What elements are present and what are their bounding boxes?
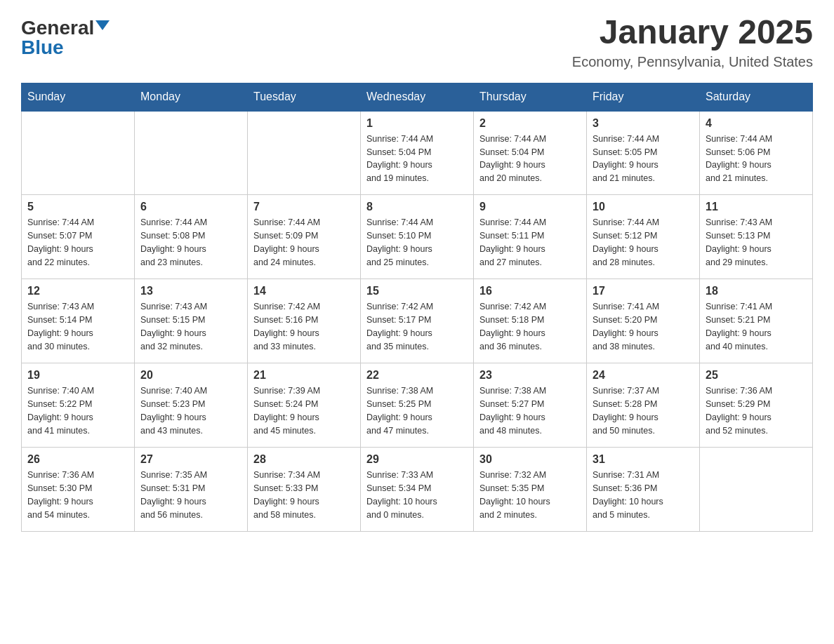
day-info: Sunrise: 7:36 AMSunset: 5:29 PMDaylight:… bbox=[706, 384, 807, 437]
day-info: Sunrise: 7:43 AMSunset: 5:14 PMDaylight:… bbox=[27, 300, 128, 353]
day-number: 15 bbox=[366, 285, 468, 297]
calendar-cell: 16Sunrise: 7:42 AMSunset: 5:18 PMDayligh… bbox=[474, 279, 587, 363]
calendar-cell: 20Sunrise: 7:40 AMSunset: 5:23 PMDayligh… bbox=[135, 363, 248, 448]
calendar-cell: 25Sunrise: 7:36 AMSunset: 5:29 PMDayligh… bbox=[700, 363, 813, 448]
day-number: 14 bbox=[253, 285, 355, 297]
calendar-cell: 26Sunrise: 7:36 AMSunset: 5:30 PMDayligh… bbox=[22, 448, 135, 532]
day-info: Sunrise: 7:44 AMSunset: 5:08 PMDaylight:… bbox=[140, 216, 241, 269]
day-info: Sunrise: 7:44 AMSunset: 5:05 PMDaylight:… bbox=[593, 133, 694, 185]
day-info: Sunrise: 7:42 AMSunset: 5:16 PMDaylight:… bbox=[253, 300, 355, 353]
calendar-cell: 31Sunrise: 7:31 AMSunset: 5:36 PMDayligh… bbox=[587, 448, 700, 532]
day-number: 9 bbox=[479, 201, 581, 213]
day-number: 1 bbox=[366, 117, 468, 130]
day-number: 16 bbox=[479, 285, 581, 297]
day-number: 31 bbox=[593, 453, 694, 466]
calendar-cell: 22Sunrise: 7:38 AMSunset: 5:25 PMDayligh… bbox=[361, 363, 474, 448]
day-number: 3 bbox=[593, 117, 694, 130]
day-info: Sunrise: 7:39 AMSunset: 5:24 PMDaylight:… bbox=[253, 384, 355, 437]
day-number: 2 bbox=[479, 117, 581, 130]
calendar-cell: 17Sunrise: 7:41 AMSunset: 5:20 PMDayligh… bbox=[587, 279, 700, 363]
day-info: Sunrise: 7:33 AMSunset: 5:34 PMDaylight:… bbox=[366, 469, 468, 521]
day-info: Sunrise: 7:42 AMSunset: 5:17 PMDaylight:… bbox=[366, 300, 468, 353]
title-area: January 2025 Economy, Pennsylvania, Unit… bbox=[572, 14, 813, 70]
day-number: 8 bbox=[366, 201, 468, 213]
day-number: 23 bbox=[479, 369, 581, 382]
calendar-week-5: 26Sunrise: 7:36 AMSunset: 5:30 PMDayligh… bbox=[22, 448, 813, 532]
calendar-cell: 30Sunrise: 7:32 AMSunset: 5:35 PMDayligh… bbox=[474, 448, 587, 532]
calendar-cell: 2Sunrise: 7:44 AMSunset: 5:04 PMDaylight… bbox=[474, 111, 587, 195]
day-info: Sunrise: 7:42 AMSunset: 5:18 PMDaylight:… bbox=[479, 300, 581, 353]
day-number: 11 bbox=[706, 201, 807, 213]
day-info: Sunrise: 7:44 AMSunset: 5:11 PMDaylight:… bbox=[479, 216, 581, 269]
day-info: Sunrise: 7:43 AMSunset: 5:15 PMDaylight:… bbox=[140, 300, 241, 353]
weekday-header-thursday: Thursday bbox=[474, 83, 587, 111]
day-info: Sunrise: 7:44 AMSunset: 5:09 PMDaylight:… bbox=[253, 216, 355, 269]
day-info: Sunrise: 7:41 AMSunset: 5:21 PMDaylight:… bbox=[706, 300, 807, 353]
day-info: Sunrise: 7:40 AMSunset: 5:23 PMDaylight:… bbox=[140, 384, 241, 437]
calendar-cell: 19Sunrise: 7:40 AMSunset: 5:22 PMDayligh… bbox=[22, 363, 135, 448]
day-number: 18 bbox=[706, 285, 807, 297]
calendar-cell: 18Sunrise: 7:41 AMSunset: 5:21 PMDayligh… bbox=[700, 279, 813, 363]
calendar-week-2: 5Sunrise: 7:44 AMSunset: 5:07 PMDaylight… bbox=[22, 195, 813, 279]
day-info: Sunrise: 7:44 AMSunset: 5:12 PMDaylight:… bbox=[593, 216, 694, 269]
day-number: 20 bbox=[140, 369, 241, 382]
day-info: Sunrise: 7:40 AMSunset: 5:22 PMDaylight:… bbox=[27, 384, 128, 437]
weekday-header-row: SundayMondayTuesdayWednesdayThursdayFrid… bbox=[22, 83, 813, 111]
weekday-header-friday: Friday bbox=[587, 83, 700, 111]
day-number: 26 bbox=[27, 453, 128, 466]
page-title: January 2025 bbox=[572, 14, 813, 51]
day-info: Sunrise: 7:37 AMSunset: 5:28 PMDaylight:… bbox=[593, 384, 694, 437]
day-info: Sunrise: 7:44 AMSunset: 5:04 PMDaylight:… bbox=[366, 133, 468, 185]
logo-general-text: General bbox=[21, 18, 94, 38]
day-info: Sunrise: 7:43 AMSunset: 5:13 PMDaylight:… bbox=[706, 216, 807, 269]
calendar-cell: 28Sunrise: 7:34 AMSunset: 5:33 PMDayligh… bbox=[248, 448, 361, 532]
weekday-header-sunday: Sunday bbox=[22, 83, 135, 111]
calendar-cell: 10Sunrise: 7:44 AMSunset: 5:12 PMDayligh… bbox=[587, 195, 700, 279]
calendar-cell bbox=[248, 111, 361, 195]
logo-blue-text: Blue bbox=[21, 38, 64, 58]
weekday-header-wednesday: Wednesday bbox=[361, 83, 474, 111]
day-info: Sunrise: 7:38 AMSunset: 5:25 PMDaylight:… bbox=[366, 384, 468, 437]
calendar-cell: 27Sunrise: 7:35 AMSunset: 5:31 PMDayligh… bbox=[135, 448, 248, 532]
calendar-cell: 21Sunrise: 7:39 AMSunset: 5:24 PMDayligh… bbox=[248, 363, 361, 448]
day-number: 21 bbox=[253, 369, 355, 382]
calendar-cell: 11Sunrise: 7:43 AMSunset: 5:13 PMDayligh… bbox=[700, 195, 813, 279]
calendar-cell: 12Sunrise: 7:43 AMSunset: 5:14 PMDayligh… bbox=[22, 279, 135, 363]
day-info: Sunrise: 7:44 AMSunset: 5:04 PMDaylight:… bbox=[479, 133, 581, 185]
day-info: Sunrise: 7:44 AMSunset: 5:07 PMDaylight:… bbox=[27, 216, 128, 269]
calendar-week-1: 1Sunrise: 7:44 AMSunset: 5:04 PMDaylight… bbox=[22, 111, 813, 195]
day-info: Sunrise: 7:44 AMSunset: 5:10 PMDaylight:… bbox=[366, 216, 468, 269]
day-number: 17 bbox=[593, 285, 694, 297]
calendar-cell bbox=[700, 448, 813, 532]
day-info: Sunrise: 7:44 AMSunset: 5:06 PMDaylight:… bbox=[706, 133, 807, 185]
calendar-week-3: 12Sunrise: 7:43 AMSunset: 5:14 PMDayligh… bbox=[22, 279, 813, 363]
calendar-cell: 15Sunrise: 7:42 AMSunset: 5:17 PMDayligh… bbox=[361, 279, 474, 363]
calendar-cell bbox=[135, 111, 248, 195]
day-number: 5 bbox=[27, 201, 128, 213]
calendar-cell bbox=[22, 111, 135, 195]
calendar-cell: 5Sunrise: 7:44 AMSunset: 5:07 PMDaylight… bbox=[22, 195, 135, 279]
calendar-cell: 4Sunrise: 7:44 AMSunset: 5:06 PMDaylight… bbox=[700, 111, 813, 195]
calendar-cell: 7Sunrise: 7:44 AMSunset: 5:09 PMDaylight… bbox=[248, 195, 361, 279]
calendar-cell: 3Sunrise: 7:44 AMSunset: 5:05 PMDaylight… bbox=[587, 111, 700, 195]
day-info: Sunrise: 7:34 AMSunset: 5:33 PMDaylight:… bbox=[253, 469, 355, 521]
day-number: 19 bbox=[27, 369, 128, 382]
calendar-cell: 6Sunrise: 7:44 AMSunset: 5:08 PMDaylight… bbox=[135, 195, 248, 279]
calendar-cell: 8Sunrise: 7:44 AMSunset: 5:10 PMDaylight… bbox=[361, 195, 474, 279]
day-number: 4 bbox=[706, 117, 807, 130]
page-subtitle: Economy, Pennsylvania, United States bbox=[572, 54, 813, 70]
day-info: Sunrise: 7:32 AMSunset: 5:35 PMDaylight:… bbox=[479, 469, 581, 521]
calendar-cell: 24Sunrise: 7:37 AMSunset: 5:28 PMDayligh… bbox=[587, 363, 700, 448]
day-number: 10 bbox=[593, 201, 694, 213]
day-number: 28 bbox=[253, 453, 355, 466]
logo-triangle-icon bbox=[95, 20, 110, 30]
calendar-cell: 1Sunrise: 7:44 AMSunset: 5:04 PMDaylight… bbox=[361, 111, 474, 195]
weekday-header-saturday: Saturday bbox=[700, 83, 813, 111]
day-number: 30 bbox=[479, 453, 581, 466]
calendar-cell: 29Sunrise: 7:33 AMSunset: 5:34 PMDayligh… bbox=[361, 448, 474, 532]
weekday-header-tuesday: Tuesday bbox=[248, 83, 361, 111]
calendar-cell: 9Sunrise: 7:44 AMSunset: 5:11 PMDaylight… bbox=[474, 195, 587, 279]
day-info: Sunrise: 7:41 AMSunset: 5:20 PMDaylight:… bbox=[593, 300, 694, 353]
day-info: Sunrise: 7:38 AMSunset: 5:27 PMDaylight:… bbox=[479, 384, 581, 437]
day-number: 13 bbox=[140, 285, 241, 297]
